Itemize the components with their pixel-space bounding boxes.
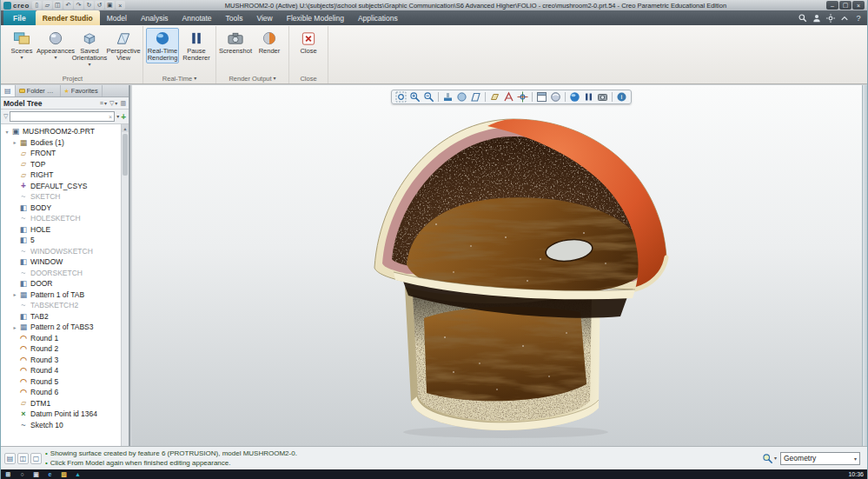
- tree-item[interactable]: Round 2: [3, 343, 119, 355]
- tree-item[interactable]: ▸Pattern 2 of TABS3: [3, 322, 119, 333]
- open-icon[interactable]: ▱: [43, 1, 52, 10]
- appearances-icon[interactable]: [549, 90, 562, 103]
- tree-item[interactable]: TAB2: [3, 311, 119, 323]
- tree-item[interactable]: Sketch 10: [3, 420, 119, 431]
- graphics-viewport[interactable]: i: [132, 85, 864, 446]
- tab-tools[interactable]: Tools: [219, 10, 250, 25]
- tree-item[interactable]: ▸Pattern 1 of TAB: [3, 289, 119, 301]
- tree-item[interactable]: Round 3: [3, 355, 119, 366]
- expand-arrow-icon[interactable]: ▾: [3, 129, 10, 135]
- tree-item[interactable]: BODY: [3, 203, 119, 214]
- windows-icon[interactable]: ▣: [105, 1, 115, 10]
- datum-display-icon[interactable]: [488, 90, 501, 103]
- tab-applications[interactable]: Applications: [351, 10, 405, 25]
- pause-renderer-button[interactable]: Pause Renderer: [180, 28, 213, 63]
- close-window-button[interactable]: ×: [852, 1, 865, 10]
- save-icon[interactable]: ◫: [53, 1, 63, 10]
- screenshot-button[interactable]: Screenshot: [219, 28, 252, 57]
- tree-item[interactable]: HOLE: [3, 224, 119, 236]
- tree-item[interactable]: Round 6: [3, 387, 119, 398]
- tree-item[interactable]: Round 1: [3, 333, 119, 344]
- mushroom-model[interactable]: [132, 85, 864, 446]
- chevron-down-icon[interactable]: ▾: [274, 76, 276, 81]
- refit-icon[interactable]: [394, 90, 407, 103]
- saved-orientations-button[interactable]: Saved Orientations ▾: [73, 28, 106, 69]
- tab-file[interactable]: File: [3, 10, 36, 25]
- taskbar-clock[interactable]: 10:36: [848, 471, 864, 477]
- minimize-button[interactable]: –: [826, 1, 838, 10]
- scenes-button[interactable]: Scenes ▾: [5, 28, 38, 62]
- tree-item[interactable]: TABSKETCH2: [3, 300, 119, 311]
- clear-search-icon[interactable]: ×: [109, 114, 112, 120]
- tab-folder-browser[interactable]: Folder Browser: [16, 85, 61, 96]
- start-button[interactable]: ⊞: [4, 470, 12, 478]
- zoom-out-icon[interactable]: [422, 90, 435, 103]
- appearances-button[interactable]: Appearances ▾: [39, 28, 72, 62]
- zoom-in-icon[interactable]: [408, 90, 421, 103]
- close-render-studio-button[interactable]: Close: [292, 28, 325, 57]
- perspective-view-button[interactable]: Perspective View: [107, 28, 140, 63]
- tree-item[interactable]: Round 5: [3, 376, 119, 388]
- perspective-icon[interactable]: [469, 90, 482, 103]
- expand-arrow-icon[interactable]: ▸: [11, 139, 18, 145]
- refresh-icon[interactable]: ↺: [95, 1, 104, 10]
- chevron-down-icon[interactable]: ▾: [194, 76, 196, 81]
- add-filter-button[interactable]: +: [121, 112, 126, 122]
- repaint-icon[interactable]: [441, 90, 454, 103]
- search-button[interactable]: ○: [18, 470, 26, 478]
- gear-icon[interactable]: [825, 12, 836, 23]
- tree-item[interactable]: DOOR: [3, 278, 119, 289]
- expand-arrow-icon[interactable]: ▸: [11, 291, 18, 297]
- realtime-rendering-icon[interactable]: [568, 90, 581, 103]
- find-button[interactable]: ▾: [762, 453, 777, 464]
- tree-item[interactable]: DOORSKETCH: [3, 268, 119, 279]
- render-button[interactable]: Render: [253, 28, 286, 57]
- tree-settings-button[interactable]: ≡▾: [100, 100, 107, 106]
- undo-icon[interactable]: ↶: [63, 1, 73, 10]
- scroll-up-icon[interactable]: ▲: [122, 124, 129, 132]
- tree-item[interactable]: Datum Point id 1364: [3, 409, 119, 420]
- tree-item[interactable]: DEFAULT_CSYS: [3, 181, 119, 192]
- browser-button[interactable]: e: [46, 470, 54, 478]
- realtime-rendering-button[interactable]: Real-Time Rendering: [146, 28, 179, 63]
- pause-renderer-icon[interactable]: [582, 90, 595, 103]
- fullscreen-toggle-icon[interactable]: ▢: [30, 453, 42, 464]
- tree-item[interactable]: WINDOW: [3, 256, 119, 268]
- creo-button[interactable]: ▲: [74, 470, 82, 478]
- view-manager-icon[interactable]: [535, 90, 548, 103]
- search-icon[interactable]: [797, 12, 808, 23]
- tree-item[interactable]: Round 4: [3, 365, 119, 376]
- help-icon[interactable]: ?: [852, 12, 864, 23]
- tree-scrollbar[interactable]: ▲: [121, 124, 129, 446]
- tree-item[interactable]: ▸Bodies (1): [3, 137, 119, 149]
- filter-funnel-icon[interactable]: ▽: [3, 113, 8, 120]
- chevron-down-icon[interactable]: ▾: [116, 114, 119, 119]
- annotations-icon[interactable]: [502, 90, 515, 103]
- tree-search-input[interactable]: [12, 113, 109, 121]
- tree-item[interactable]: TOP: [3, 159, 119, 170]
- tab-flexible-modeling[interactable]: Flexible Modeling: [280, 10, 351, 25]
- spin-center-icon[interactable]: [516, 90, 529, 103]
- expand-arrow-icon[interactable]: ▸: [11, 324, 18, 330]
- file-explorer-button[interactable]: ▨: [60, 470, 68, 478]
- tab-view[interactable]: View: [249, 10, 279, 25]
- redo-icon[interactable]: ↷: [74, 1, 83, 10]
- tab-analysis[interactable]: Analysis: [134, 10, 176, 25]
- tree-item[interactable]: SKETCH: [3, 191, 119, 203]
- maximize-button[interactable]: ▢: [839, 1, 851, 10]
- collapse-ribbon-icon[interactable]: [838, 12, 850, 23]
- regenerate-icon[interactable]: ↻: [84, 1, 94, 10]
- tab-model-tree[interactable]: ▤: [1, 85, 16, 96]
- tree-item[interactable]: DTM1: [3, 398, 119, 409]
- task-view-button[interactable]: ▣: [32, 470, 40, 478]
- tree-item[interactable]: WINDOWSKETCH: [3, 246, 119, 257]
- display-style-icon[interactable]: [455, 90, 468, 103]
- tab-render-studio[interactable]: Render Studio: [36, 10, 100, 25]
- tab-favorites[interactable]: ★Favorites: [61, 85, 103, 96]
- tree-item[interactable]: RIGHT: [3, 170, 119, 181]
- screenshot-icon[interactable]: [596, 90, 609, 103]
- tree-item[interactable]: ▾MUSHROOM2-0.PRT: [3, 126, 119, 137]
- browser-toggle-icon[interactable]: ◫: [17, 453, 29, 464]
- close-window-icon[interactable]: ×: [116, 1, 125, 10]
- tree-item[interactable]: FRONT: [3, 148, 119, 159]
